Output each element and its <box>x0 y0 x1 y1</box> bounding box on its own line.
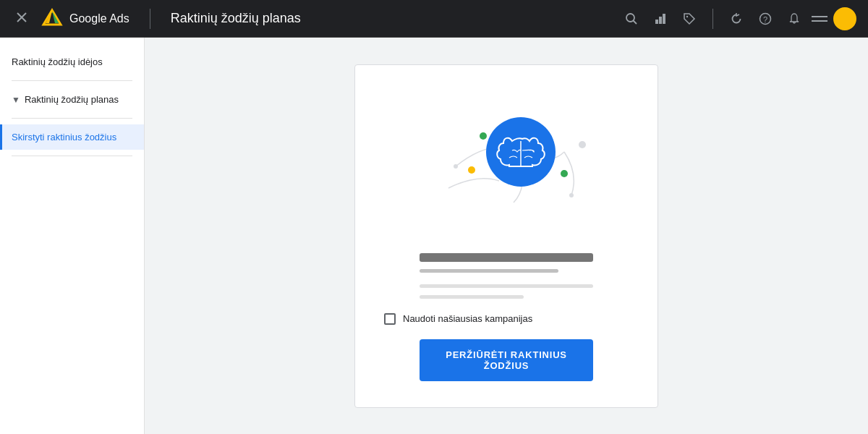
line-4 <box>420 295 524 299</box>
topbar-left: Google Ads Raktinių žodžių planas <box>12 7 301 30</box>
page-title: Raktinių žodžių planas <box>171 11 301 26</box>
refresh-icon-button[interactable] <box>725 7 748 30</box>
topbar-right: ? <box>620 7 856 30</box>
layout: Raktinių žodžių idėjos ▼ Raktinių žodžių… <box>0 38 868 434</box>
sidebar-divider-2 <box>12 118 132 119</box>
line-2 <box>420 269 558 273</box>
sidebar-item-keyword-plan[interactable]: ▼ Raktinių žodžių planas <box>0 87 144 112</box>
line-3 <box>420 284 593 288</box>
sidebar-item-keyword-ideas-label: Raktinių žodžių idėjos <box>12 56 103 67</box>
topbar: Google Ads Raktinių žodžių planas <box>0 0 868 38</box>
chart-icon-button[interactable] <box>649 7 672 30</box>
svg-point-18 <box>579 141 586 148</box>
svg-rect-9 <box>655 20 658 24</box>
best-campaigns-checkbox[interactable] <box>384 313 396 325</box>
logo-icon <box>41 7 64 30</box>
svg-point-17 <box>561 170 568 177</box>
svg-point-19 <box>454 164 458 169</box>
card-content-lines <box>420 253 593 299</box>
svg-point-12 <box>686 15 688 17</box>
checkbox-row: Naudoti našiausias kampanijas <box>384 313 532 325</box>
bell-icon-button[interactable] <box>783 7 806 30</box>
sidebar-divider-3 <box>12 156 132 156</box>
svg-point-15 <box>480 132 487 140</box>
topbar-separator <box>712 9 713 29</box>
close-button[interactable] <box>12 7 32 30</box>
tag-icon-button[interactable] <box>678 7 701 30</box>
svg-line-8 <box>634 20 637 24</box>
review-keywords-button[interactable]: PERŽIŪRĖTI RAKTINIUS ŽODŽIUS <box>420 339 593 381</box>
svg-point-20 <box>569 193 574 197</box>
illustration-svg <box>405 94 608 239</box>
svg-point-16 <box>468 166 475 174</box>
expand-icon: ▼ <box>12 95 20 105</box>
sidebar-item-sort-keywords[interactable]: Skirstyti raktinius žodžius <box>0 124 144 150</box>
sidebar-divider-1 <box>12 80 132 81</box>
help-icon-button[interactable]: ? <box>754 7 777 30</box>
sidebar-item-keyword-plan-label: Raktinių žodžių planas <box>25 94 119 105</box>
topbar-divider <box>150 9 150 29</box>
sidebar-item-sort-keywords-label: Skirstyti raktinius žodžius <box>12 132 116 142</box>
illustration <box>405 94 608 239</box>
svg-rect-11 <box>663 14 665 24</box>
search-icon-button[interactable] <box>620 7 643 30</box>
main-content: Naudoti našiausias kampanijas PERŽIŪRĖTI… <box>145 38 868 434</box>
main-card: Naudoti našiausias kampanijas PERŽIŪRĖTI… <box>354 64 658 408</box>
svg-rect-10 <box>659 17 662 24</box>
svg-point-7 <box>626 14 634 22</box>
svg-text:?: ? <box>763 14 767 23</box>
sidebar-item-keyword-ideas[interactable]: Raktinių žodžių idėjos <box>0 49 144 75</box>
line-1 <box>420 253 593 262</box>
menu-lines-button[interactable] <box>812 16 827 22</box>
checkbox-label: Naudoti našiausias kampanijas <box>403 313 532 324</box>
sidebar: Raktinių žodžių idėjos ▼ Raktinių žodžių… <box>0 38 145 434</box>
app-name: Google Ads <box>69 12 129 25</box>
google-ads-logo: Google Ads <box>41 7 129 30</box>
avatar[interactable] <box>833 7 856 30</box>
